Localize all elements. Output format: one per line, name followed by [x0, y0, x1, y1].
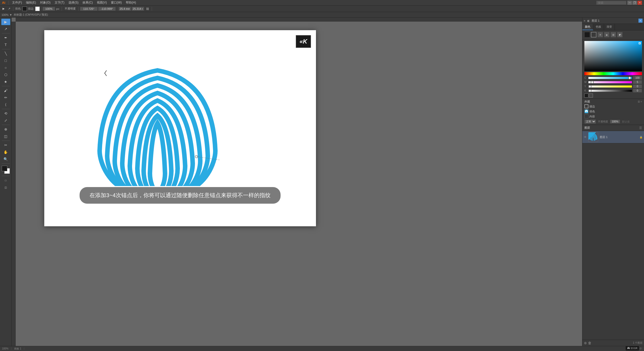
tool-draw-behind[interactable]: ◫ — [1, 184, 10, 191]
tool-star[interactable]: ★ — [1, 78, 10, 85]
content-swatch[interactable] — [584, 114, 588, 118]
layers-title: 图层 — [584, 126, 590, 130]
tool-paintbrush[interactable]: 🖌 — [1, 87, 10, 94]
toolbar-opacity[interactable]: 不透明度 — [63, 6, 77, 11]
panel-header-left: ≡ — [584, 19, 585, 22]
tool-pencil[interactable]: ✏ — [1, 94, 10, 101]
svg-rect-0 — [16, 18, 582, 22]
stroke-color-icon[interactable] — [591, 32, 596, 37]
color-picker-cursor — [639, 42, 641, 44]
bg-swatch[interactable] — [589, 94, 593, 98]
panel-add-button[interactable]: + — [638, 19, 642, 23]
minimize-button[interactable]: ─ — [627, 1, 632, 5]
k-slider-thumb[interactable] — [588, 89, 591, 92]
c-value-input[interactable] — [633, 76, 642, 80]
tool-zoom[interactable]: 🔍 — [1, 156, 10, 162]
toolbar-direct-select[interactable]: ↗ — [7, 6, 12, 11]
tool-polygon[interactable]: ⬡ — [1, 71, 10, 78]
appearance-add-icon[interactable]: + — [640, 100, 642, 103]
m-slider-thumb[interactable] — [591, 81, 594, 84]
fill-color-swatch[interactable] — [22, 7, 27, 11]
menu-text[interactable]: 文字(T) — [53, 0, 66, 5]
menu-help[interactable]: 帮助(H) — [124, 0, 138, 5]
tool-selection[interactable]: ▶ — [1, 19, 10, 25]
height-input[interactable] — [132, 7, 144, 11]
layers-new-button[interactable]: ⊕ — [584, 341, 587, 345]
tool-scissors[interactable]: ✂ — [1, 142, 10, 148]
width-input[interactable] — [118, 7, 131, 11]
c-track[interactable] — [588, 77, 632, 79]
stroke-label: 描边: — [27, 7, 35, 11]
tool-scale[interactable]: ⤢ — [1, 117, 10, 124]
y-track[interactable] — [588, 85, 632, 87]
right-panel-header: ≡ ◧ 图层 1 + — [582, 18, 644, 24]
stroke-color-swatch[interactable] — [35, 7, 40, 11]
search-input[interactable] — [596, 1, 626, 5]
layers-bottom-controls: ⊕ 🗑 1 个图层 — [582, 340, 644, 346]
hue-slider[interactable] — [584, 72, 642, 75]
fill-color-icon[interactable] — [584, 32, 590, 37]
tool-type[interactable]: T — [1, 41, 10, 48]
layer-row-1[interactable]: 👁 图层 1 🔒 — [582, 131, 644, 143]
menu-view[interactable]: 视图(V) — [95, 0, 108, 5]
m-track[interactable] — [588, 81, 632, 83]
none-color-icon[interactable]: ✕ — [597, 32, 603, 37]
tool-rect[interactable]: □ — [1, 57, 10, 64]
tool-rotate[interactable]: ⟲ — [1, 110, 10, 117]
foreground-color[interactable] — [2, 166, 7, 171]
appearance-options-icon[interactable]: ☰ — [638, 100, 640, 103]
zoom-level: 100% — [2, 347, 9, 350]
toolbar-select[interactable]: ▶ — [1, 6, 6, 11]
tool-sep-7 — [2, 163, 10, 164]
pattern-icon[interactable]: ⊞ — [611, 32, 616, 37]
tool-blend[interactable]: ⊕ — [1, 126, 10, 133]
menu-object[interactable]: 对象(O) — [38, 0, 52, 5]
tool-shaper[interactable]: ⟨ — [1, 101, 10, 108]
canvas-area[interactable]: «K 在添加3~4次锚点后，你将可以通过随便删除任意锚点来获得不一样的指纹 — [12, 18, 582, 346]
stroke-weight-input[interactable] — [43, 7, 55, 11]
toolbar-sep5 — [117, 7, 117, 11]
c-slider-thumb[interactable] — [628, 76, 631, 79]
angle-input[interactable] — [98, 7, 116, 11]
k-track[interactable] — [588, 90, 632, 92]
tool-sep-4 — [2, 109, 10, 109]
tab-color[interactable]: 颜色 — [582, 24, 593, 30]
color-group-icon[interactable]: ◩ — [617, 32, 623, 37]
m-value-input[interactable] — [633, 80, 642, 84]
menu-file[interactable]: 文件(F) — [11, 0, 23, 5]
layers-options-button[interactable]: ☰ — [639, 126, 642, 130]
tab-swatches[interactable]: 色板 — [593, 24, 604, 30]
tool-line[interactable]: ╲ — [1, 50, 10, 57]
k-value-input[interactable] — [633, 89, 642, 93]
y-value-input[interactable] — [633, 84, 642, 88]
menu-select[interactable]: 选择(S) — [67, 0, 80, 5]
jk-logo: «K — [296, 35, 311, 48]
gradient-icon[interactable]: ◈ — [604, 32, 610, 37]
stroke-swatch[interactable] — [584, 104, 588, 108]
layers-delete-button[interactable]: 🗑 — [588, 341, 591, 345]
color-box[interactable] — [2, 166, 10, 174]
tool-pen[interactable]: ✒ — [1, 34, 10, 41]
layer-lock-icon[interactable]: 🔒 — [639, 136, 642, 139]
close-button[interactable]: ✕ — [637, 1, 642, 5]
toolbar-link[interactable]: ⛓ — [145, 7, 150, 11]
tab-gradient[interactable]: 渐变 — [604, 24, 615, 30]
menu-effect[interactable]: 效果(C) — [81, 0, 94, 5]
tool-ellipse[interactable]: ○ — [1, 64, 10, 71]
layer-vis-icon[interactable]: 👁 — [584, 136, 587, 139]
rotation-input[interactable] — [80, 7, 98, 11]
y-slider-thumb[interactable] — [588, 85, 591, 88]
menu-window[interactable]: 窗口(W) — [109, 0, 123, 5]
restore-button[interactable]: ❐ — [632, 1, 637, 5]
opacity-input[interactable] — [610, 120, 620, 123]
fg-swatch[interactable] — [584, 94, 588, 98]
fill-row-label: 填色 — [589, 110, 595, 113]
tool-normal-mode[interactable]: □ — [1, 177, 10, 184]
fill-swatch[interactable] — [584, 109, 588, 113]
blend-mode-select[interactable]: 正常 — [584, 119, 596, 124]
menu-edit[interactable]: 编辑(E) — [24, 0, 37, 5]
tool-gradient[interactable]: ◫ — [1, 133, 10, 140]
color-gradient-area[interactable] — [584, 41, 642, 71]
tool-hand[interactable]: ✋ — [1, 149, 10, 155]
tool-direct-selection[interactable]: ↗ — [1, 26, 10, 32]
